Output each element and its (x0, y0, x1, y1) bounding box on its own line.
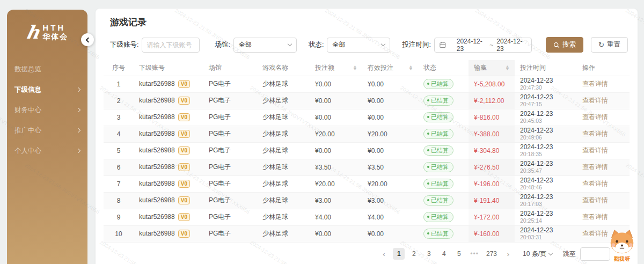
chevron-down-icon (288, 42, 292, 46)
sort-icon[interactable]: ▲▼ (506, 65, 509, 70)
table-cell: ¥0.00 (310, 225, 362, 242)
view-details-link[interactable]: 查看详情 (582, 180, 608, 187)
status-badge: 已结算 (423, 212, 453, 222)
customer-service-mascot[interactable]: 戳我呀 (605, 229, 639, 263)
view-details-link[interactable]: 查看详情 (582, 213, 608, 221)
table-cell: PG电子 (203, 192, 257, 209)
sidebar-item-3[interactable]: 财务中心 (7, 100, 87, 120)
sidebar-collapse-button[interactable] (81, 33, 94, 46)
venue-select[interactable]: 全部 (233, 38, 297, 53)
table-row: 2kutar526988V0PG电子少林足球¥0.00¥0.00已结算¥-2,1… (104, 92, 630, 109)
table-cell: kutar526988V0 (134, 142, 203, 159)
table-cell: PG电子 (203, 225, 257, 242)
sort-icon[interactable]: ▲▼ (409, 65, 413, 70)
bet-date: 2024-12-23 (520, 177, 572, 184)
table-cell: 查看详情 (577, 109, 630, 126)
reset-button[interactable]: ↻ 重置 (591, 37, 628, 53)
sidebar-item-2[interactable]: 下级信息 (7, 79, 87, 100)
column-header[interactable]: 输赢▲▼ (469, 60, 515, 76)
table-cell: 2 (104, 92, 134, 109)
table-cell: 少林足球 (257, 159, 310, 175)
view-details-link[interactable]: 查看详情 (582, 146, 608, 154)
table-cell: ¥0.00 (362, 225, 418, 242)
table-cell: ¥-196.00 (469, 175, 515, 192)
status-badge: 已结算 (423, 145, 453, 156)
table-cell: 少林足球 (257, 192, 310, 209)
bet-date: 2024-12-23 (520, 160, 572, 167)
account-value: kutar526988 (139, 163, 175, 171)
table-row: 10kutar526988V0PG电子少林足球¥0.00¥0.00已结算¥-16… (104, 225, 630, 242)
prev-page-button[interactable]: ‹ (378, 248, 390, 260)
table-cell: 查看详情 (577, 76, 630, 92)
table-cell: ¥-816.00 (469, 109, 515, 126)
date-range-picker[interactable]: 2024-12-23 ~ 2024-12-23 (434, 38, 532, 53)
table-cell: 2024-12-2320:17:03 (515, 192, 577, 209)
account-value: kutar526988 (139, 130, 175, 137)
table-cell: kutar526988V0 (134, 126, 203, 142)
page-button-3[interactable]: 3 (423, 248, 435, 260)
account-filter-label: 下级账号: (110, 40, 138, 49)
chevron-left-icon (86, 37, 91, 42)
sidebar-item-label: 推广中心 (14, 126, 41, 135)
page-button-273[interactable]: 273 (484, 248, 499, 260)
account-value: kutar526988 (139, 113, 175, 121)
sidebar-item-4[interactable]: 推广中心 (7, 120, 87, 141)
table-cell: 已结算 (418, 126, 469, 142)
column-header: 状态 (418, 60, 469, 76)
view-details-link[interactable]: 查看详情 (582, 113, 608, 121)
vip-level-badge: V0 (178, 180, 190, 188)
status-badge: 已结算 (423, 195, 453, 206)
column-header-label: 输赢 (474, 63, 487, 72)
view-details-link[interactable]: 查看详情 (582, 196, 608, 204)
sidebar-item-1[interactable]: 数据总览 (7, 59, 87, 79)
bet-date: 2024-12-23 (520, 77, 572, 84)
column-header[interactable]: 有效投注▲▼ (362, 60, 418, 76)
column-header[interactable]: 投注额▲▼ (310, 60, 362, 76)
table-cell: 已结算 (418, 175, 469, 192)
table-cell: ¥0.00 (310, 142, 362, 159)
page-button-4[interactable]: 4 (438, 248, 450, 260)
logo-h-icon: ℎ (26, 24, 40, 40)
column-header-label: 序号 (112, 64, 125, 71)
bet-date: 2024-12-23 (520, 111, 572, 118)
bet-time: 20:35:47 (520, 167, 572, 174)
table-cell: ¥-160.00 (469, 225, 515, 242)
table-cell: ¥-5,208.00 (469, 76, 515, 92)
column-header-label: 投注额 (315, 63, 334, 72)
sort-icon[interactable]: ▲▼ (353, 65, 357, 70)
table-cell: ¥20.00 (310, 175, 362, 192)
column-header: 投注时间 (515, 60, 577, 76)
table-cell: ¥20.00 (310, 126, 362, 142)
page-button-1[interactable]: 1 (393, 248, 405, 260)
win-loss-value: ¥-816.00 (474, 114, 499, 121)
table-row: 4kutar526988V0PG电子少林足球¥20.00¥20.00已结算¥-3… (104, 126, 630, 142)
view-details-link[interactable]: 查看详情 (582, 230, 608, 237)
table-cell: 已结算 (418, 209, 469, 225)
column-header-label: 有效投注 (368, 63, 393, 72)
search-button[interactable]: 搜索 (546, 37, 583, 53)
sidebar-item-5[interactable]: 个人中心 (7, 141, 87, 161)
next-page-button[interactable]: › (502, 248, 514, 260)
page-size-select[interactable]: 10 条/页 (523, 250, 552, 259)
vip-level-badge: V0 (178, 146, 190, 155)
bet-date: 2024-12-23 (520, 227, 572, 234)
view-details-link[interactable]: 查看详情 (582, 163, 608, 171)
page-size-value: 10 条/页 (523, 250, 546, 259)
bet-date: 2024-12-23 (520, 127, 572, 134)
view-details-link[interactable]: 查看详情 (582, 97, 608, 104)
table-cell: 查看详情 (577, 192, 630, 209)
view-details-link[interactable]: 查看详情 (582, 80, 608, 87)
status-badge: 已结算 (423, 162, 453, 172)
page-button-5[interactable]: 5 (453, 248, 465, 260)
view-details-link[interactable]: 查看详情 (582, 130, 608, 137)
status-badge: 已结算 (423, 112, 453, 122)
vip-level-badge: V0 (178, 230, 190, 238)
page-button-2[interactable]: 2 (408, 248, 420, 260)
table-row: 6kutar526988V0PG电子少林足球¥3.50¥3.50已结算¥-276… (104, 159, 630, 175)
column-header: 游戏名称 (257, 60, 310, 76)
account-input[interactable] (142, 38, 200, 53)
status-select[interactable]: 全部 (327, 38, 390, 53)
account-value: kutar526988 (139, 196, 175, 204)
table-cell: ¥4.00 (362, 209, 418, 225)
bet-time: 20:18:35 (520, 151, 572, 157)
